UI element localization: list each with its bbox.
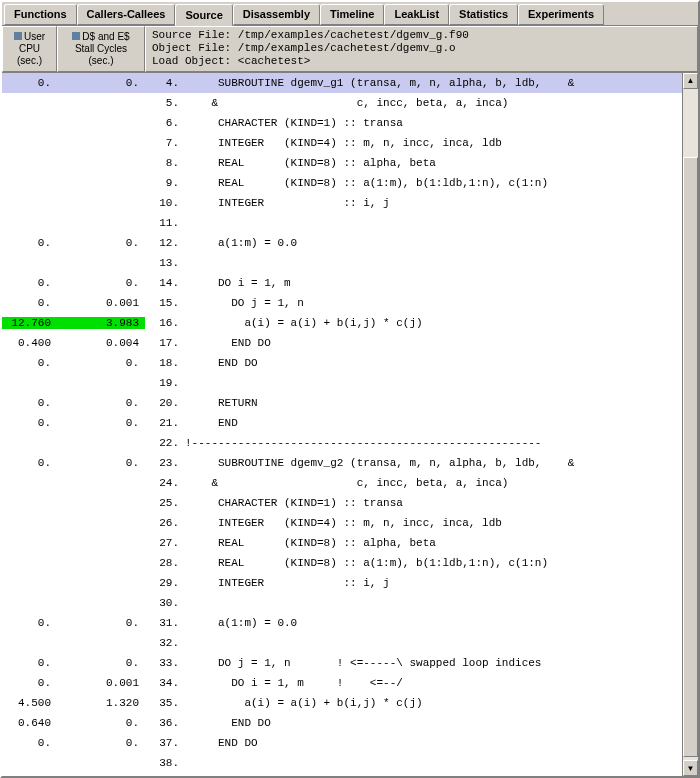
source-line[interactable]: 5. & c, incc, beta, a, inca) — [2, 93, 682, 113]
cell-stall: 0. — [57, 237, 145, 249]
cell-lineno: 19. — [145, 377, 183, 389]
cell-lineno: 25. — [145, 497, 183, 509]
metric-icon — [72, 32, 80, 40]
col-header-usercpu[interactable]: User CPU (sec.) — [2, 26, 57, 72]
source-line[interactable]: 28. REAL (KIND=8) :: a(1:m), b(1:ldb,1:n… — [2, 553, 682, 573]
tab-functions[interactable]: Functions — [4, 4, 77, 25]
cell-lineno: 29. — [145, 577, 183, 589]
cell-lineno: 7. — [145, 137, 183, 149]
cell-code: CHARACTER (KIND=1) :: transa — [183, 117, 682, 129]
cell-usercpu: 0. — [2, 237, 57, 249]
stall-l1: D$ and E$ — [82, 31, 129, 42]
source-line[interactable]: 9. REAL (KIND=8) :: a(1:m), b(1:ldb,1:n)… — [2, 173, 682, 193]
cell-lineno: 16. — [145, 317, 183, 329]
cell-code: DO j = 1, n — [183, 297, 682, 309]
tab-leaklist[interactable]: LeakList — [384, 4, 449, 25]
source-line[interactable]: 0.0.21. END — [2, 413, 682, 433]
cell-usercpu: 0. — [2, 657, 57, 669]
source-line[interactable]: 0.0.33. DO j = 1, n ! <=-----\ swapped l… — [2, 653, 682, 673]
source-line[interactable]: 19. — [2, 373, 682, 393]
source-line[interactable]: 38. — [2, 753, 682, 773]
source-line[interactable]: 0.0.18. END DO — [2, 353, 682, 373]
source-line[interactable]: 0.0.12. a(1:m) = 0.0 — [2, 233, 682, 253]
source-line[interactable]: 0.6400.36. END DO — [2, 713, 682, 733]
cell-lineno: 30. — [145, 597, 183, 609]
cell-lineno: 11. — [145, 217, 183, 229]
cell-stall: 0.004 — [57, 337, 145, 349]
vertical-scrollbar[interactable]: ▲ ▼ — [682, 73, 698, 776]
scroll-track[interactable] — [683, 89, 698, 760]
source-line[interactable]: 8. REAL (KIND=8) :: alpha, beta — [2, 153, 682, 173]
source-line[interactable]: 0.0.37. END DO — [2, 733, 682, 753]
cell-stall: 0. — [57, 277, 145, 289]
col-header-stall[interactable]: D$ and E$ Stall Cycles (sec.) — [57, 26, 145, 72]
cell-lineno: 38. — [145, 757, 183, 769]
source-line[interactable]: 7. INTEGER (KIND=4) :: m, n, incc, inca,… — [2, 133, 682, 153]
tab-callers-callees[interactable]: Callers-Callees — [77, 4, 176, 25]
cell-lineno: 4. — [145, 77, 183, 89]
cell-stall: 0. — [57, 617, 145, 629]
source-line[interactable]: 4.5001.32035. a(i) = a(i) + b(i,j) * c(j… — [2, 693, 682, 713]
source-line[interactable]: 24. & c, incc, beta, a, inca) — [2, 473, 682, 493]
source-line[interactable]: 27. REAL (KIND=8) :: alpha, beta — [2, 533, 682, 553]
cell-code: END DO — [183, 337, 682, 349]
source-line[interactable]: 0.0.4. SUBROUTINE dgemv_g1 (transa, m, n… — [2, 73, 682, 93]
source-line[interactable]: 0.0.14. DO i = 1, m — [2, 273, 682, 293]
cell-lineno: 34. — [145, 677, 183, 689]
cell-lineno: 13. — [145, 257, 183, 269]
cell-lineno: 31. — [145, 617, 183, 629]
cell-usercpu: 0. — [2, 397, 57, 409]
cell-usercpu: 0. — [2, 737, 57, 749]
tab-disassembly[interactable]: Disassembly — [233, 4, 320, 25]
cell-lineno: 6. — [145, 117, 183, 129]
tab-source[interactable]: Source — [175, 4, 232, 26]
cell-code: DO i = 1, m ! <=--/ — [183, 677, 682, 689]
tab-experiments[interactable]: Experiments — [518, 4, 604, 25]
cell-lineno: 8. — [145, 157, 183, 169]
cell-lineno: 26. — [145, 517, 183, 529]
source-line[interactable]: 0.0.31. a(1:m) = 0.0 — [2, 613, 682, 633]
cell-lineno: 12. — [145, 237, 183, 249]
cell-usercpu: 4.500 — [2, 697, 57, 709]
source-line[interactable]: 6. CHARACTER (KIND=1) :: transa — [2, 113, 682, 133]
source-line[interactable]: 0.0.20. RETURN — [2, 393, 682, 413]
cell-lineno: 36. — [145, 717, 183, 729]
source-line[interactable]: 10. INTEGER :: i, j — [2, 193, 682, 213]
tab-statistics[interactable]: Statistics — [449, 4, 518, 25]
source-line[interactable]: 22.!------------------------------------… — [2, 433, 682, 453]
source-line[interactable]: 11. — [2, 213, 682, 233]
source-line[interactable]: 26. INTEGER (KIND=4) :: m, n, incc, inca… — [2, 513, 682, 533]
cell-usercpu: 0. — [2, 417, 57, 429]
source-line[interactable]: 12.7603.98316. a(i) = a(i) + b(i,j) * c(… — [2, 313, 682, 333]
source-line[interactable]: 30. — [2, 593, 682, 613]
cell-code: DO j = 1, n ! <=-----\ swapped loop indi… — [183, 657, 682, 669]
source-line[interactable]: 13. — [2, 253, 682, 273]
source-line[interactable]: 0.0.00115. DO j = 1, n — [2, 293, 682, 313]
source-line[interactable]: 0.4000.00417. END DO — [2, 333, 682, 353]
scroll-thumb[interactable] — [683, 157, 698, 757]
usercpu-l2: CPU — [19, 43, 40, 55]
cell-usercpu: 12.760 — [2, 317, 57, 329]
cell-usercpu: 0. — [2, 77, 57, 89]
profiler-window: FunctionsCallers-CalleesSourceDisassembl… — [0, 0, 700, 778]
tab-timeline[interactable]: Timeline — [320, 4, 384, 25]
cell-code: REAL (KIND=8) :: alpha, beta — [183, 157, 682, 169]
scroll-up-button[interactable]: ▲ — [683, 73, 698, 89]
source-line[interactable]: 29. INTEGER :: i, j — [2, 573, 682, 593]
object-file-label: Object File: /tmp/examples/cachetest/dge… — [152, 42, 456, 55]
cell-lineno: 9. — [145, 177, 183, 189]
main-panel: User CPU (sec.) D$ and E$ Stall Cycles (… — [2, 25, 698, 776]
source-line[interactable]: 32. — [2, 633, 682, 653]
source-line[interactable]: 25. CHARACTER (KIND=1) :: transa — [2, 493, 682, 513]
cell-usercpu: 0. — [2, 677, 57, 689]
source-line[interactable]: 0.0.00134. DO i = 1, m ! <=--/ — [2, 673, 682, 693]
cell-code: & c, incc, beta, a, inca) — [183, 97, 682, 109]
cell-stall: 0. — [57, 397, 145, 409]
source-line[interactable]: 0.0.23. SUBROUTINE dgemv_g2 (transa, m, … — [2, 453, 682, 473]
source-listing[interactable]: 0.0.4. SUBROUTINE dgemv_g1 (transa, m, n… — [2, 73, 682, 776]
cell-code: a(1:m) = 0.0 — [183, 617, 682, 629]
cell-code: END DO — [183, 357, 682, 369]
scroll-down-button[interactable]: ▼ — [683, 760, 698, 776]
stall-l3: (sec.) — [89, 55, 114, 67]
cell-code: a(i) = a(i) + b(i,j) * c(j) — [183, 317, 682, 329]
